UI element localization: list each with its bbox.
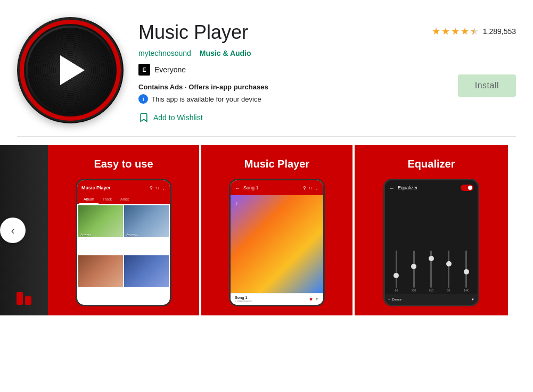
developer-link[interactable]: mytechnosound <box>138 49 191 57</box>
partial-bars <box>17 292 31 305</box>
song-artist: <Unknown> <box>235 299 252 303</box>
star-2: ★ <box>441 26 450 37</box>
eq-header: ← Equalizer <box>385 180 478 195</box>
eq-knob-3k <box>446 261 452 266</box>
eq-slider-14k <box>465 251 467 288</box>
star-half: ★★ <box>470 26 479 37</box>
phone-tab-track: Track <box>99 195 116 204</box>
install-button[interactable]: Install <box>458 74 516 97</box>
wishlist-button[interactable]: Add to Wishlist <box>138 112 203 123</box>
album-thumb-1: Anwara <box>78 205 123 237</box>
more-icon-phone: ⋮ <box>161 186 166 190</box>
eq-slider-230 <box>413 251 415 288</box>
eq-freq-3k: 3K <box>447 289 450 292</box>
chart-icon-phone: ↑↓ <box>155 186 159 190</box>
rating-count: 1,289,553 <box>483 27 516 36</box>
album-thumb-4 <box>124 255 169 287</box>
eq-freq-910: 910 <box>429 289 433 292</box>
bar-2 <box>25 296 31 305</box>
eq-bar-14k: 14K <box>459 251 473 292</box>
album-grid: Anwara Ayyanw... <box>77 204 170 305</box>
phone-toolbar-icons: ⚲ ↑↓ ⋮ <box>150 186 166 190</box>
eq-dropdown-icon: ▼ <box>471 298 474 301</box>
dots-icon: · · · · · · <box>288 186 301 190</box>
eq-bar-230: 230 <box>407 251 421 292</box>
phone-tabs: Album Track Artist <box>77 195 170 204</box>
eq-knob-910 <box>429 256 434 261</box>
rating-row: ★ ★ ★ ★ ★★ 1,289,553 <box>432 26 516 37</box>
phone-screen-1: Music Player ⚲ ↑↓ ⋮ Album Track Artist <box>77 180 170 305</box>
player-song-title: Song 1 <box>243 185 285 190</box>
song-artwork <box>231 195 323 293</box>
player-header: ← Song 1 · · · · · · ⚲ ↑↓ ⋮ <box>231 180 323 195</box>
song-actions: ♥ ▼ <box>309 296 319 302</box>
phone-toolbar-1: Music Player ⚲ ↑↓ ⋮ <box>77 180 170 195</box>
song-name: Song 1 <box>235 296 252 299</box>
category-link[interactable]: Music & Audio <box>200 49 251 57</box>
star-rating: ★ ★ ★ ★ ★★ <box>432 26 479 37</box>
album-label-2: Ayyanw... <box>126 233 140 236</box>
info-icon: i <box>138 94 148 104</box>
screenshot-1-title: Easy to use <box>94 158 153 170</box>
screenshot-2-title: Music Player <box>244 158 309 170</box>
eq-freq-60: 60 <box>395 289 398 292</box>
heart-icon: ♥ <box>309 296 313 302</box>
content-rating-row: E Everyone <box>138 64 516 76</box>
phone-app-name: Music Player <box>81 185 111 190</box>
chart-icon-2: ↑↓ <box>308 186 313 190</box>
play-icon <box>60 55 85 85</box>
phone-mockup-3: ← Equalizer 60 <box>383 179 479 306</box>
content-rating-label: Everyone <box>154 65 186 74</box>
eq-slider-60 <box>396 251 397 288</box>
action-row: Add to Wishlist <box>138 112 516 123</box>
eq-header-title: Equalizer <box>398 185 457 190</box>
eq-freq-14k: 14K <box>464 289 469 292</box>
bar-1 <box>17 292 23 305</box>
eq-bars-container: 60 230 <box>385 195 478 294</box>
dropdown-icon: ▼ <box>315 297 319 302</box>
eq-preset-row: + Dance ▼ <box>385 294 478 305</box>
app-header: Music Player mytechnosound Music & Audio… <box>0 0 533 136</box>
esrb-badge: E <box>138 64 150 76</box>
album-thumb-2: Ayyanw... <box>124 205 169 237</box>
prev-arrow-button[interactable]: ‹ <box>0 218 26 243</box>
screenshots-container: ‹ Easy to use Music Player <box>0 145 533 315</box>
more-icon-2: ⋮ <box>315 186 319 190</box>
eq-knob-230 <box>411 264 416 269</box>
app-icon <box>17 17 124 123</box>
eq-bar-3k: 3K <box>441 251 456 292</box>
eq-freq-230: 230 <box>412 289 416 292</box>
star-3: ★ <box>451 26 460 37</box>
eq-preset-name: Dance <box>392 298 401 301</box>
screenshots-section: ‹ Easy to use Music Player <box>0 145 533 315</box>
album-label-1: Anwara <box>80 233 91 236</box>
star-4: ★ <box>461 26 469 37</box>
eq-back-arrow: ← <box>389 185 395 191</box>
wishlist-label: Add to Wishlist <box>153 113 203 122</box>
screenshot-2: Music Player ← Song 1 · · · · · · ⚲ ↑↓ ⋮ <box>201 145 355 315</box>
eq-bar-910: 910 <box>424 251 439 292</box>
availability-text: This app is available for your device <box>151 95 261 103</box>
phone-screen-2: ← Song 1 · · · · · · ⚲ ↑↓ ⋮ <box>231 180 323 305</box>
screenshot-3-title: Equalizer <box>408 158 455 170</box>
screenshot-3: Equalizer ← Equalizer <box>355 145 508 315</box>
star-1: ★ <box>432 26 440 37</box>
app-meta-row: mytechnosound Music & Audio <box>138 49 516 57</box>
screenshots-scroll: Easy to use Music Player ⚲ ↑↓ ⋮ Alb <box>0 145 533 315</box>
eq-slider-3k <box>448 251 449 288</box>
phone-mockup-2: ← Song 1 · · · · · · ⚲ ↑↓ ⋮ <box>229 179 325 306</box>
eq-toggle <box>461 185 473 191</box>
chevron-left-icon: ‹ <box>11 224 15 237</box>
search-icon-2: ⚲ <box>303 186 306 190</box>
bookmark-icon <box>138 112 149 123</box>
player-icons: · · · · · · ⚲ ↑↓ ⋮ <box>288 186 319 190</box>
eq-bar-60: 60 <box>389 251 404 292</box>
eq-knob-60 <box>393 273 399 278</box>
back-arrow-icon: ← <box>235 185 240 191</box>
search-icon-phone: ⚲ <box>150 186 153 190</box>
eq-slider-910 <box>430 251 432 288</box>
phone-tab-artist: Artist <box>116 195 133 204</box>
phone-tab-album: Album <box>79 195 99 204</box>
eq-plus-icon: + <box>388 298 390 301</box>
screenshot-1: Easy to use Music Player ⚲ ↑↓ ⋮ Alb <box>48 145 201 315</box>
